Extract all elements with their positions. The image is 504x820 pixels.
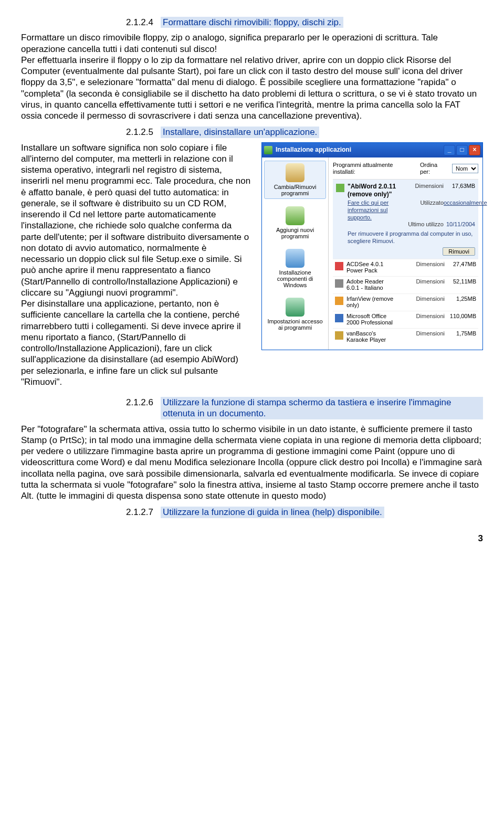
sidebar-item-change-remove[interactable]: Cambia/Rimuovi programmi: [264, 161, 326, 199]
program-list: "AbiWord 2.0.11 (remove only)" Dimension…: [333, 179, 478, 345]
program-row-selected[interactable]: "AbiWord 2.0.11 (remove only)" Dimension…: [333, 180, 478, 259]
add-icon: [286, 206, 304, 225]
program-size-label: Dimensioni: [397, 278, 445, 286]
heading-number: 2.1.2.7: [126, 507, 153, 518]
program-icon: [335, 331, 343, 340]
heading-2125: 2.1.2.5 Installare, disinstallare un'app…: [126, 127, 483, 138]
program-size-value: 1,25MB: [445, 296, 476, 303]
heading-2127: 2.1.2.7 Utilizzare la funzione di guida …: [126, 507, 483, 518]
program-icon: [335, 297, 343, 305]
program-size-label: Dimensioni: [397, 296, 445, 303]
heading-title: Installare, disinstallare un'applicazion…: [161, 127, 319, 138]
program-size-value: 27,47MB: [445, 261, 476, 268]
program-row[interactable]: vanBasco's Karaoke Player Dimensioni 1,7…: [333, 328, 478, 345]
program-name: Microsoft Office 2000 Professional: [346, 313, 397, 325]
heading-title: Utilizzare la funzione di stampa schermo…: [161, 397, 483, 419]
sidebar-item-label: Installazione componenti di Windows: [277, 269, 313, 288]
program-row[interactable]: Microsoft Office 2000 Professional Dimen…: [333, 311, 478, 328]
xp-titlebar[interactable]: Installazione applicazioni _ □ ×: [262, 143, 482, 157]
xp-main-panel: Programmi attualmente installati: Ordina…: [329, 157, 482, 350]
last-used-value: 10/11/2004: [444, 221, 475, 228]
heading-2126: 2.1.2.6 Utilizzare la funzione di stampa…: [126, 397, 483, 419]
page-number: 3: [21, 533, 483, 544]
last-used-label: Ultimo utilizzo: [396, 221, 444, 228]
globe-icon: [286, 298, 304, 317]
program-name: "AbiWord 2.0.11 (remove only)": [348, 183, 396, 198]
program-icon: [335, 314, 343, 322]
box-icon: [286, 163, 304, 182]
program-row[interactable]: Adobe Reader 6.0.1 - Italiano Dimensioni…: [333, 276, 478, 293]
heading-title: Utilizzare la funzione di guida in linea…: [161, 507, 384, 518]
program-name: Adobe Reader 6.0.1 - Italiano: [346, 278, 397, 291]
support-link[interactable]: Fare clic qui per informazioni sul suppo…: [348, 199, 396, 221]
sidebar-item-label: Aggiungi nuovi programmi: [276, 227, 314, 239]
sidebar-item-windows-components[interactable]: Installazione componenti di Windows: [264, 247, 326, 290]
appwiz-icon: [264, 146, 272, 154]
sidebar-item-label: Cambia/Rimuovi programmi: [274, 184, 317, 196]
sort-by-label: Ordina per:: [420, 162, 449, 176]
program-icon: [335, 279, 343, 288]
sort-by-select[interactable]: Nom: [452, 164, 478, 173]
program-name: ACDSee 4.0.1 Power Pack: [346, 261, 397, 274]
xp-sidebar: Cambia/Rimuovi programmi Aggiungi nuovi …: [262, 157, 329, 350]
program-size-label: Dimensioni: [397, 330, 445, 338]
windows-icon: [286, 249, 304, 268]
program-size-value: 1,75MB: [445, 330, 476, 338]
xp-addremove-window: Installazione applicazioni _ □ × Cambia/…: [261, 142, 483, 350]
remove-hint: Per rimuovere il programma dal computer …: [348, 230, 475, 245]
installed-programs-label: Programmi attualmente installati:: [333, 162, 417, 176]
program-size-value: 17,63MB: [444, 183, 475, 198]
program-size-label: Dimensioni: [397, 261, 445, 268]
paragraph-install: Installare un software significa non sol…: [21, 142, 252, 388]
paragraph-format-disks: Formattare un disco rimovibile floppy, z…: [21, 32, 483, 121]
close-button[interactable]: ×: [469, 145, 480, 155]
program-name: vanBasco's Karaoke Player: [346, 330, 397, 343]
sidebar-item-access-settings[interactable]: Impostazioni accesso ai programmi: [264, 296, 326, 333]
sidebar-item-add-new[interactable]: Aggiungi nuovi programmi: [264, 204, 326, 241]
used-label: Utilizzato: [396, 199, 444, 221]
program-row[interactable]: IrfanView (remove only) Dimensioni 1,25M…: [333, 293, 478, 311]
program-icon: [335, 262, 343, 270]
heading-number: 2.1.2.4: [126, 17, 153, 28]
heading-2124: 2.1.2.4 Formattare dischi rimovibili: fl…: [126, 17, 483, 28]
program-icon: [336, 184, 344, 192]
window-title: Installazione applicazioni: [276, 146, 444, 154]
minimize-button[interactable]: _: [444, 145, 455, 155]
program-size-label: Dimensioni: [397, 313, 445, 320]
program-size-label: Dimensioni: [396, 183, 444, 198]
used-value: occasionalmente: [444, 199, 475, 221]
heading-number: 2.1.2.5: [126, 127, 153, 138]
sidebar-item-label: Impostazioni accesso ai programmi: [267, 318, 322, 331]
maximize-button[interactable]: □: [456, 145, 468, 155]
program-row[interactable]: ACDSee 4.0.1 Power Pack Dimensioni 27,47…: [333, 259, 478, 276]
xp-toolbar: Programmi attualmente installati: Ordina…: [333, 162, 478, 176]
paragraph-printscreen: Per "fotografare" la schermata attiva, o…: [21, 424, 483, 502]
heading-number: 2.1.2.6: [126, 397, 153, 419]
program-size-value: 110,00MB: [445, 313, 476, 320]
program-name: IrfanView (remove only): [346, 296, 397, 308]
heading-title: Formattare dischi rimovibili: floppy, di…: [161, 17, 343, 28]
program-size-value: 52,11MB: [445, 278, 476, 286]
remove-button[interactable]: Rimuovi: [443, 247, 475, 256]
